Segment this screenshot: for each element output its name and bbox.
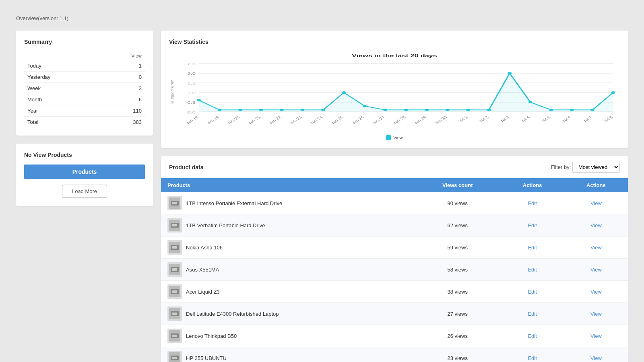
product-edit-link[interactable]: Edit — [501, 237, 564, 259]
svg-text:Jun 20: Jun 20 — [226, 115, 241, 125]
edit-link[interactable]: Edit — [528, 355, 537, 361]
svg-text:Jun 21: Jun 21 — [246, 115, 262, 125]
summary-row-label: Today — [24, 60, 101, 72]
svg-text:Number of views: Number of views — [169, 80, 175, 104]
edit-link[interactable]: Edit — [528, 245, 537, 251]
svg-point-36 — [218, 109, 222, 111]
product-edit-link[interactable]: Edit — [501, 192, 564, 214]
summary-row-value: 0 — [101, 72, 145, 83]
view-link[interactable]: View — [590, 200, 602, 206]
view-link[interactable]: View — [590, 311, 602, 317]
svg-text:Jun 28: Jun 28 — [391, 115, 407, 125]
product-col-header: Actions — [501, 178, 564, 192]
product-name-cell: Dell Latitude E4300 Refurbished Laptop — [161, 303, 415, 325]
product-row: 1TB Intenso Portable External Hard Drive… — [161, 192, 628, 214]
no-view-products-card: No View Products Products Load More — [16, 144, 153, 206]
summary-row-label: Year — [24, 105, 101, 117]
products-button[interactable]: Products — [24, 165, 145, 179]
chart-svg: 0.00.51.01.52.02.5Jun 18Jun 19Jun 20Jun … — [169, 51, 620, 132]
product-col-header: Actions — [564, 178, 628, 192]
view-link[interactable]: View — [590, 267, 602, 273]
edit-link[interactable]: Edit — [528, 333, 537, 339]
svg-text:Views in the last 20 days: Views in the last 20 days — [352, 53, 437, 58]
view-link[interactable]: View — [590, 355, 602, 361]
product-edit-link[interactable]: Edit — [501, 303, 564, 325]
svg-point-39 — [280, 109, 284, 111]
svg-text:Jun 26: Jun 26 — [350, 115, 365, 125]
product-edit-link[interactable]: Edit — [501, 347, 564, 362]
svg-point-54 — [590, 109, 594, 111]
no-view-load-more-button[interactable]: Load More — [62, 185, 107, 198]
product-view-link[interactable]: View — [564, 214, 628, 237]
legend-label: View — [393, 135, 403, 140]
product-edit-link[interactable]: Edit — [501, 214, 564, 237]
product-table-header-row: ProductsViews countActionsActions — [161, 178, 628, 192]
summary-col-header: View — [101, 51, 145, 60]
product-view-link[interactable]: View — [564, 281, 628, 303]
product-edit-link[interactable]: Edit — [501, 259, 564, 281]
product-name-cell: Asus X551MA — [161, 259, 415, 281]
product-thumbnail — [167, 329, 182, 343]
svg-text:Jun 30: Jun 30 — [433, 115, 448, 125]
summary-card: Summarry View Today 1 Yesterday 0 Week 3… — [16, 31, 153, 136]
product-view-link[interactable]: View — [564, 192, 628, 214]
summary-row-value: 383 — [101, 117, 145, 128]
product-view-link[interactable]: View — [564, 259, 628, 281]
no-view-products-title: No View Products — [24, 152, 145, 158]
product-edit-link[interactable]: Edit — [501, 281, 564, 303]
svg-rect-70 — [172, 290, 177, 293]
svg-point-35 — [197, 99, 201, 101]
product-views: 38 views — [415, 281, 501, 303]
summary-row-label: Week — [24, 83, 101, 94]
edit-link[interactable]: Edit — [528, 200, 537, 206]
filter-label: Filter by: — [551, 164, 571, 170]
svg-point-46 — [425, 109, 429, 111]
edit-link[interactable]: Edit — [528, 311, 537, 317]
product-views: 27 views — [415, 303, 501, 325]
view-link[interactable]: View — [590, 289, 602, 295]
product-view-link[interactable]: View — [564, 325, 628, 347]
svg-rect-79 — [172, 357, 177, 359]
svg-text:Jul 8: Jul 8 — [602, 115, 614, 123]
product-views: 58 views — [415, 259, 501, 281]
view-link[interactable]: View — [590, 333, 602, 339]
product-data-header: Product data Filter by: Most viewedLeast… — [161, 156, 628, 178]
chart-container: 0.00.51.01.52.02.5Jun 18Jun 19Jun 20Jun … — [169, 51, 620, 132]
product-name: 1TB Intenso Portable External Hard Drive — [186, 200, 282, 206]
summary-row: Today 1 — [24, 60, 145, 72]
product-edit-link[interactable]: Edit — [501, 325, 564, 347]
product-row: HP 255 UBUNTU 23 viewsEditView — [161, 347, 628, 362]
product-row: Lenovo Thinkpad B50 26 viewsEditView — [161, 325, 628, 347]
summary-row: Week 3 — [24, 83, 145, 94]
svg-text:Jun 23: Jun 23 — [288, 115, 303, 125]
product-view-link[interactable]: View — [564, 347, 628, 362]
svg-point-44 — [383, 109, 387, 111]
view-link[interactable]: View — [590, 222, 602, 228]
svg-text:Jun 27: Jun 27 — [371, 115, 386, 125]
product-name: HP 255 UBUNTU — [186, 355, 227, 361]
svg-point-45 — [404, 109, 408, 111]
product-row: Acer Liquid Z3 38 viewsEditView — [161, 281, 628, 303]
svg-point-47 — [446, 109, 450, 111]
view-link[interactable]: View — [590, 245, 602, 251]
svg-rect-67 — [172, 268, 177, 271]
svg-text:Jun 25: Jun 25 — [329, 115, 345, 125]
svg-point-49 — [487, 109, 491, 111]
title-version: (version: 1.1) — [38, 15, 68, 21]
product-view-link[interactable]: View — [564, 237, 628, 259]
summary-row-label: Yesterday — [24, 72, 101, 83]
product-thumbnail — [167, 262, 182, 277]
edit-link[interactable]: Edit — [528, 222, 537, 228]
edit-link[interactable]: Edit — [528, 267, 537, 273]
summary-row: Month 6 — [24, 94, 145, 105]
product-name: Nokia Asha 106 — [186, 245, 223, 251]
svg-text:Jun 29: Jun 29 — [412, 115, 427, 125]
product-view-link[interactable]: View — [564, 303, 628, 325]
filter-select[interactable]: Most viewedLeast viewed — [572, 162, 620, 173]
product-table: ProductsViews countActionsActions 1TB In… — [161, 178, 628, 362]
edit-link[interactable]: Edit — [528, 289, 537, 295]
svg-text:Jul 2: Jul 2 — [478, 115, 490, 123]
summary-row-value: 6 — [101, 94, 145, 105]
svg-point-41 — [321, 109, 325, 111]
svg-point-48 — [466, 109, 470, 111]
